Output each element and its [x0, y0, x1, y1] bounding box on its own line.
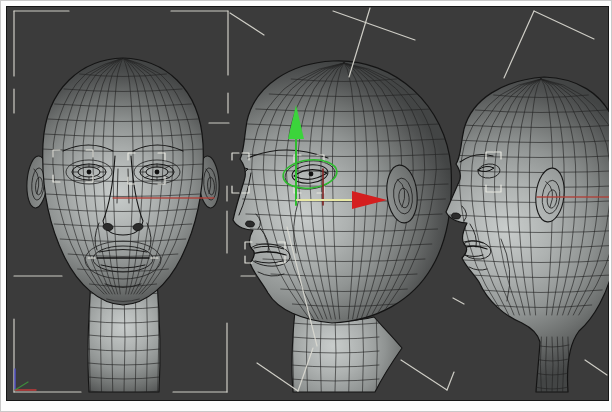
pupil — [309, 172, 314, 177]
pupil — [155, 170, 160, 175]
scene-canvas — [6, 6, 609, 401]
perspective-viewport[interactable] — [6, 6, 609, 401]
window — [0, 0, 612, 412]
pupil — [87, 170, 92, 175]
